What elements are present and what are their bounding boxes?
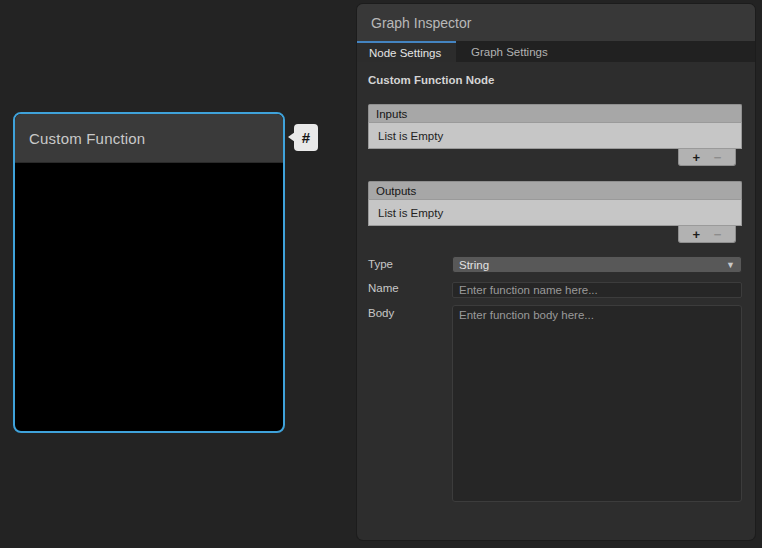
custom-function-node[interactable]: Custom Function <box>13 112 285 433</box>
outputs-header-label: Outputs <box>376 185 416 197</box>
inputs-footer-buttons: + − <box>678 149 736 166</box>
type-dropdown[interactable]: String ▼ <box>452 256 742 273</box>
outputs-list: Outputs List is Empty + − <box>368 181 742 243</box>
type-dropdown-value: String <box>459 259 489 271</box>
outputs-remove-button[interactable]: − <box>714 228 722 241</box>
outputs-footer-buttons: + − <box>678 226 736 243</box>
inputs-add-button[interactable]: + <box>693 151 701 164</box>
inputs-list-footer: + − <box>368 149 742 166</box>
inspector-tabbar: Node Settings Graph Settings <box>357 41 755 62</box>
node-hash-badge[interactable]: # <box>294 124 318 151</box>
outputs-list-header: Outputs <box>368 181 742 199</box>
inspector-titlebar[interactable]: Graph Inspector <box>357 4 755 41</box>
tab-node-settings[interactable]: Node Settings <box>357 41 456 62</box>
type-label: Type <box>368 256 452 273</box>
inputs-remove-button[interactable]: − <box>714 151 722 164</box>
body-label: Body <box>368 305 452 506</box>
badge-tail-icon <box>288 132 295 142</box>
inputs-header-label: Inputs <box>376 108 407 120</box>
inspector-content: Custom Function Node Inputs List is Empt… <box>357 74 755 506</box>
tab-graph-settings-label: Graph Settings <box>471 46 548 58</box>
node-title: Custom Function <box>29 130 145 147</box>
inputs-empty-label: List is Empty <box>378 130 443 142</box>
graph-view[interactable]: Custom Function # Graph Inspector Node S… <box>0 0 762 548</box>
tab-graph-settings[interactable]: Graph Settings <box>456 41 563 62</box>
inspector-title: Graph Inspector <box>371 15 471 31</box>
function-name-input[interactable] <box>452 282 742 298</box>
inputs-list: Inputs List is Empty + − <box>368 104 742 166</box>
type-row: Type String ▼ <box>368 256 742 273</box>
function-body-textarea[interactable] <box>452 305 742 502</box>
hash-icon: # <box>302 129 310 146</box>
outputs-list-footer: + − <box>368 226 742 243</box>
outputs-empty-row: List is Empty <box>368 199 742 226</box>
node-settings-heading: Custom Function Node <box>368 74 742 86</box>
inputs-list-header: Inputs <box>368 104 742 122</box>
outputs-empty-label: List is Empty <box>378 207 443 219</box>
body-row: Body <box>368 305 742 506</box>
outputs-add-button[interactable]: + <box>693 228 701 241</box>
inputs-empty-row: List is Empty <box>368 122 742 149</box>
tab-node-settings-label: Node Settings <box>369 47 441 59</box>
node-titlebar[interactable]: Custom Function <box>15 114 283 163</box>
name-label: Name <box>368 280 452 298</box>
name-row: Name <box>368 280 742 298</box>
function-form: Type String ▼ Name Body <box>368 256 742 506</box>
chevron-down-icon: ▼ <box>726 260 735 270</box>
graph-inspector-panel: Graph Inspector Node Settings Graph Sett… <box>357 4 755 540</box>
